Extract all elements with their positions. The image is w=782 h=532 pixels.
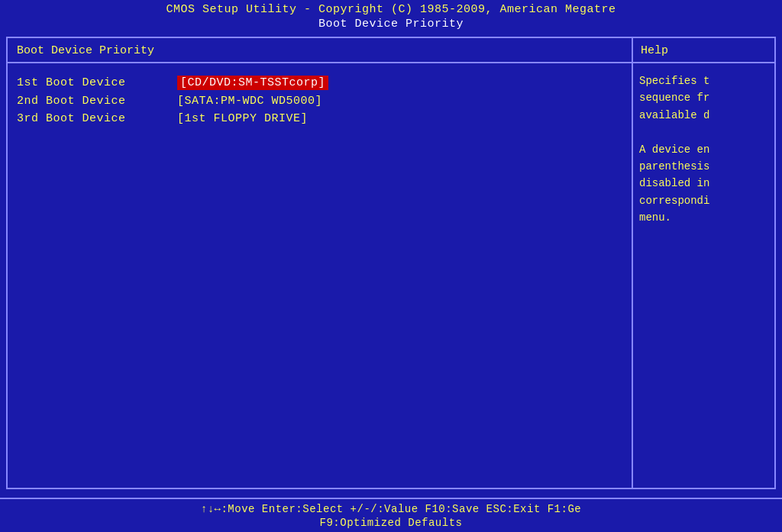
help-text: Specifies tsequence fravailable dA devic… (633, 63, 774, 236)
left-panel-title: Boot Device Priority (8, 38, 632, 63)
left-panel: Boot Device Priority 1st Boot Device[CD/… (8, 38, 633, 488)
title-line1: CMOS Setup Utility - Copyright (C) 1985-… (0, 3, 782, 16)
boot-label-1: 1st Boot Device (17, 76, 177, 89)
boot-value-2[interactable]: [SATA:PM-WDC WD5000] (177, 95, 322, 108)
status-line1: ↑↓↔:Move Enter:Select +/-/:Value F10:Sav… (0, 503, 782, 515)
status-line2: F9:Optimized Defaults (0, 517, 782, 529)
boot-value-3[interactable]: [1st FLOPPY DRIVE] (177, 112, 308, 125)
boot-items: 1st Boot Device[CD/DVD:SM-TSSTcorp]2nd B… (8, 63, 632, 142)
help-title: Help (633, 38, 774, 63)
boot-value-1[interactable]: [CD/DVD:SM-TSSTcorp] (177, 76, 328, 90)
title-line2: Boot Device Priority (0, 18, 782, 31)
title-bar: CMOS Setup Utility - Copyright (C) 1985-… (0, 0, 782, 32)
boot-row-1[interactable]: 1st Boot Device[CD/DVD:SM-TSSTcorp] (17, 76, 622, 90)
main-area: Boot Device Priority 1st Boot Device[CD/… (6, 37, 776, 489)
boot-label-2: 2nd Boot Device (17, 95, 177, 108)
right-panel: Help Specifies tsequence fravailable dA … (633, 38, 774, 488)
boot-row-3[interactable]: 3rd Boot Device[1st FLOPPY DRIVE] (17, 112, 622, 125)
boot-label-3: 3rd Boot Device (17, 112, 177, 125)
boot-row-2[interactable]: 2nd Boot Device[SATA:PM-WDC WD5000] (17, 95, 622, 108)
status-bar: ↑↓↔:Move Enter:Select +/-/:Value F10:Sav… (0, 498, 782, 532)
